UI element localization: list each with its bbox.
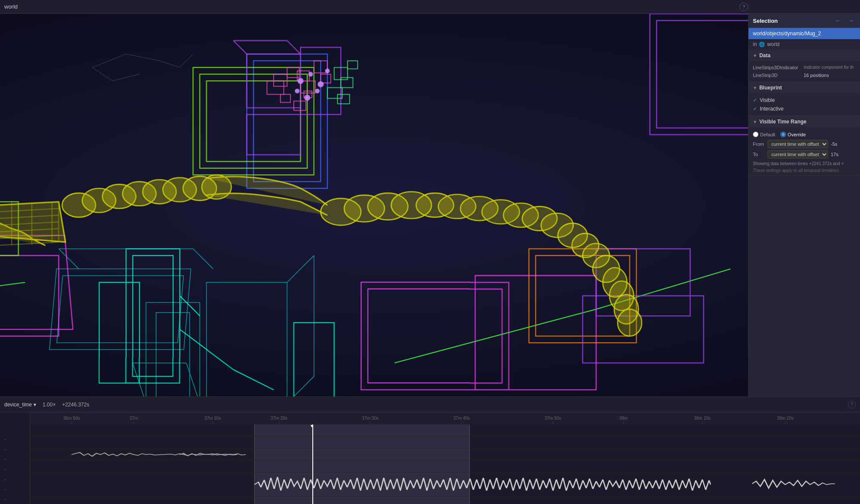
- timeline-header: device_time ▾ 1.00× +2246.372s ?: [0, 397, 860, 412]
- tl-label-1: -: [0, 444, 30, 454]
- data-row-0: LineStrips3DIndicator Indicator componen…: [753, 64, 856, 71]
- svg-point-85: [325, 69, 329, 73]
- track-row-4: [30, 497, 860, 504]
- tick-label: 37m: [129, 416, 138, 421]
- track-row-1: [30, 436, 860, 449]
- timeline-help-button[interactable]: ?: [848, 401, 856, 409]
- vtr-section-label: Visible Time Range: [759, 119, 807, 125]
- svg-point-86: [295, 89, 299, 93]
- blueprint-section: ▼ Blueprint ✓ Visible ✓ Interactive: [749, 82, 860, 116]
- to-mode-select[interactable]: current time with offset: [768, 150, 828, 159]
- tick-label: 37m 10s: [204, 416, 221, 421]
- ruler-tick: 38m 20s: [777, 416, 793, 424]
- timeline-scroll[interactable]: 36m 50s37m37m 10s37m 20s37m 30s37m 40s37…: [30, 412, 860, 504]
- playhead[interactable]: [312, 424, 313, 504]
- data-label-0: LineStrips3DIndicator: [753, 65, 800, 70]
- ruler-tick: 36m 50s: [63, 416, 80, 424]
- from-mode-select[interactable]: current time with offset: [768, 140, 828, 148]
- radio-override-input[interactable]: [780, 132, 786, 137]
- nav-back-button[interactable]: ←: [833, 16, 843, 25]
- blueprint-section-content: ✓ Visible ✓ Interactive: [749, 93, 860, 116]
- data-arrow-icon: ▼: [753, 53, 757, 58]
- time-offset: +2246.372s: [62, 402, 89, 408]
- world-row: in 🌐 world: [749, 39, 860, 50]
- radio-default-input[interactable]: [753, 132, 758, 137]
- timeline-ruler: 36m 50s37m37m 10s37m 20s37m 30s37m 40s37…: [30, 412, 860, 424]
- showing-text: Showing data between times +2241.372s an…: [753, 160, 856, 168]
- waveform-main: [254, 473, 711, 496]
- nav-forward-button[interactable]: →: [846, 16, 856, 25]
- ruler-tick: 37m 20s: [271, 416, 287, 424]
- radio-override[interactable]: Override: [780, 132, 806, 137]
- blueprint-section-header[interactable]: ▼ Blueprint: [749, 82, 860, 93]
- svg-point-84: [318, 82, 323, 87]
- panel-scroll-area[interactable]: world/objects/dynamic/Mug_2 in 🌐 world ▼…: [749, 28, 860, 396]
- data-section-header[interactable]: ▼ Data: [749, 50, 860, 61]
- tl-label-2: -: [0, 454, 30, 464]
- timeline-main: - - - - - - - 36m 50s37m37m 10s37m 20s37…: [0, 412, 860, 504]
- ruler-tick: 37m 30s: [362, 416, 379, 424]
- data-section: ▼ Data LineStrips3DIndicator Indicator c…: [749, 50, 860, 82]
- tl-label-4: -: [0, 474, 30, 484]
- radio-default[interactable]: Default: [753, 132, 775, 137]
- data-section-label: Data: [759, 52, 771, 58]
- panel-header: Selection ← →: [749, 14, 860, 28]
- visible-row: ✓ Visible: [753, 96, 856, 104]
- data-value-1: 16 positions: [804, 73, 829, 78]
- tick-label: 37m 30s: [362, 416, 379, 421]
- tl-label-3: -: [0, 464, 30, 474]
- ruler-tick: 38m 10s: [694, 416, 710, 424]
- vtr-radio-group: Default Override: [753, 130, 856, 139]
- ruler-tick: 38m: [620, 416, 628, 424]
- tick-label: 38m 20s: [777, 416, 793, 421]
- bottom-timeline: device_time ▾ 1.00× +2246.372s ? - - - -…: [0, 396, 860, 504]
- vtr-section-content: Default Override From current time with …: [749, 127, 860, 175]
- blueprint-section-label: Blueprint: [759, 85, 782, 91]
- help-button[interactable]: ?: [740, 3, 748, 11]
- svg-point-115: [618, 309, 642, 336]
- to-label: To: [753, 152, 765, 157]
- italic-note: These settings apply to all temporal tim…: [753, 168, 856, 173]
- data-label-1: LineStrip3D: [753, 73, 800, 78]
- selected-path[interactable]: world/objects/dynamic/Mug_2: [749, 28, 860, 39]
- to-value: 17s: [831, 152, 844, 157]
- app-title: world: [4, 3, 18, 10]
- vtr-arrow-icon: ▼: [753, 120, 757, 124]
- panel-title: Selection: [753, 18, 830, 24]
- timeline-tracks: [30, 424, 860, 504]
- svg-point-82: [298, 78, 303, 83]
- tl-label-5: -: [0, 484, 30, 494]
- in-label: in: [753, 41, 757, 47]
- right-panel: Selection ← → world/objects/dynamic/Mug_…: [748, 14, 860, 396]
- interactive-check-icon: ✓: [753, 106, 757, 112]
- vtr-section: ▼ Visible Time Range Default Override: [749, 116, 860, 176]
- data-row-1: LineStrip3D 16 positions: [753, 71, 856, 79]
- ruler-tick: 37m 10s: [204, 416, 221, 424]
- tl-label-0: -: [0, 434, 30, 444]
- waveform-far-right: [752, 476, 835, 492]
- scene-canvas: [0, 14, 748, 396]
- tick-label: 37m 50s: [545, 416, 561, 421]
- tick-label: 38m 10s: [694, 416, 710, 421]
- time-source-selector[interactable]: device_time ▾: [4, 402, 36, 408]
- svg-point-87: [305, 95, 310, 100]
- track-row-main: [30, 473, 860, 497]
- from-label: From: [753, 141, 765, 147]
- tick-label: 36m 50s: [63, 416, 80, 421]
- ruler-tick: 37m: [129, 416, 138, 424]
- track-row-3: [30, 461, 860, 473]
- tick-label: 37m 40s: [453, 416, 470, 421]
- track-row-0: [30, 424, 860, 436]
- time-speed: 1.00×: [43, 402, 55, 408]
- tick-label: 38m: [620, 416, 628, 421]
- time-source-label: device_time: [4, 402, 32, 408]
- viewport-3d[interactable]: [0, 14, 748, 396]
- tl-label-6: -: [0, 494, 30, 504]
- ruler-tick: 37m 50s: [545, 416, 561, 424]
- to-row: To current time with offset 17s: [753, 149, 856, 160]
- main-layout: Selection ← → world/objects/dynamic/Mug_…: [0, 14, 860, 396]
- interactive-label: Interactive: [760, 106, 783, 112]
- vtr-section-header[interactable]: ▼ Visible Time Range: [749, 116, 860, 127]
- time-source-chevron-icon: ▾: [34, 402, 36, 408]
- data-section-content: LineStrips3DIndicator Indicator componen…: [749, 61, 860, 82]
